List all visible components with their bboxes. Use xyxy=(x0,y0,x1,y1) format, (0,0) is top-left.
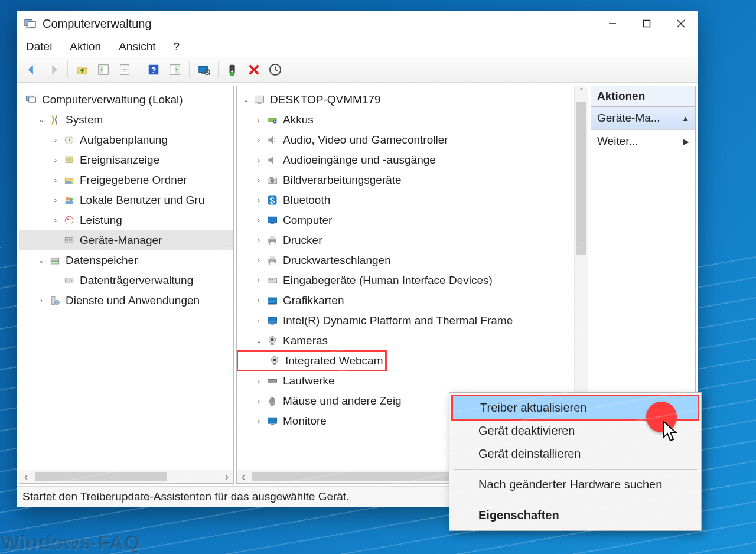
tree-event-viewer[interactable]: ›Ereignisanzeige xyxy=(19,150,233,170)
cat-intel-dptf[interactable]: ›Intel(R) Dynamic Platform and Thermal F… xyxy=(237,311,574,331)
ctx-disable-device[interactable]: Gerät deaktivieren xyxy=(451,419,699,442)
tree-task-scheduler[interactable]: ›Aufgabenplanung xyxy=(19,130,233,150)
chevron-right-icon[interactable]: › xyxy=(253,371,264,391)
ctx-update-driver[interactable]: Treiber aktualisieren xyxy=(451,395,699,421)
computer-management-icon xyxy=(24,93,38,107)
cat-gpu[interactable]: ›Grafikkarten xyxy=(237,291,574,311)
svg-rect-66 xyxy=(268,278,277,283)
cat-audio-io[interactable]: ›Audioeingänge und -ausgänge xyxy=(237,150,574,170)
chevron-right-icon[interactable]: › xyxy=(253,110,264,130)
update-driver-icon[interactable] xyxy=(266,60,285,79)
scroll-up-icon[interactable]: ˄ xyxy=(575,86,588,99)
titlebar[interactable]: Computerverwaltung xyxy=(17,11,698,37)
menu-help[interactable]: ? xyxy=(172,39,181,54)
chevron-right-icon[interactable]: › xyxy=(253,311,264,331)
tree-services[interactable]: ›Dienste und Anwendungen xyxy=(19,291,233,311)
chevron-right-icon[interactable]: › xyxy=(50,150,61,170)
chevron-right-icon[interactable]: › xyxy=(253,411,264,431)
console-tree[interactable]: Computerverwaltung (Lokal) ⌄ System ›Auf… xyxy=(19,86,233,470)
cat-hid[interactable]: ›Eingabegeräte (Human Interface Devices) xyxy=(237,271,574,291)
cat-drives[interactable]: ›Laufwerke xyxy=(237,371,574,391)
webcam-icon xyxy=(265,334,279,348)
chevron-right-icon[interactable]: › xyxy=(253,391,264,411)
svg-rect-64 xyxy=(270,256,275,259)
close-button[interactable] xyxy=(664,11,698,37)
svg-point-34 xyxy=(66,197,69,201)
forward-button[interactable] xyxy=(44,60,63,79)
tree-system[interactable]: ⌄ System xyxy=(19,110,233,130)
cat-printers[interactable]: ›Drucker xyxy=(237,230,574,250)
chevron-right-icon[interactable]: › xyxy=(253,250,264,271)
device-root[interactable]: ⌄DESKTOP-QVMM179 xyxy=(237,90,574,110)
disable-device-icon[interactable] xyxy=(245,60,263,79)
tree-local-users[interactable]: ›Lokale Benutzer und Gru xyxy=(19,190,233,210)
cat-audio-video[interactable]: ›Audio, Video und Gamecontroller xyxy=(237,130,574,150)
cat-imaging[interactable]: ›Bildverarbeitungsgeräte xyxy=(237,170,574,190)
chevron-right-icon[interactable]: › xyxy=(253,271,264,291)
chevron-right-icon[interactable]: › xyxy=(50,130,61,150)
enable-device-icon[interactable] xyxy=(223,60,242,79)
minimize-button[interactable] xyxy=(595,11,630,37)
scroll-left-icon[interactable]: ‹ xyxy=(237,471,250,483)
properties-icon[interactable] xyxy=(115,60,134,79)
svg-line-20 xyxy=(208,73,210,75)
svg-rect-46 xyxy=(52,296,55,305)
collapse-icon[interactable]: ▲ xyxy=(682,114,689,123)
chevron-right-icon[interactable]: › xyxy=(253,190,264,210)
svg-point-35 xyxy=(69,198,73,201)
scroll-left-icon[interactable]: ‹ xyxy=(19,471,32,483)
device-integrated-webcam[interactable]: Integrated Webcam xyxy=(237,351,386,371)
actions-more[interactable]: Weiter... ▶ xyxy=(591,130,695,152)
scroll-thumb[interactable] xyxy=(576,102,586,255)
ctx-uninstall-device[interactable]: Gerät deinstallieren xyxy=(451,442,699,465)
cat-computer[interactable]: ›Computer xyxy=(237,210,574,230)
show-hide-tree-icon[interactable] xyxy=(94,60,113,79)
menu-aktion[interactable]: Aktion xyxy=(69,39,102,54)
tree-shared-folders[interactable]: ›Freigegebene Ordner xyxy=(19,170,233,190)
ctx-scan-hardware[interactable]: Nach geänderter Hardware suchen xyxy=(451,473,699,496)
svg-rect-40 xyxy=(69,239,70,241)
cat-bluetooth[interactable]: ›Bluetooth xyxy=(237,190,574,210)
chevron-right-icon[interactable]: › xyxy=(253,170,264,190)
back-button[interactable] xyxy=(22,60,41,79)
chevron-right-icon[interactable]: › xyxy=(253,210,264,230)
svg-rect-83 xyxy=(271,424,275,425)
chevron-right-icon[interactable]: › xyxy=(253,291,264,311)
tree-storage[interactable]: ⌄Datenspeicher xyxy=(19,250,233,271)
chevron-right-icon[interactable]: › xyxy=(253,130,264,150)
tree-device-manager[interactable]: Geräte-Manager xyxy=(19,230,233,250)
tree-performance[interactable]: ›Leistung xyxy=(19,210,233,230)
help-icon[interactable]: ? xyxy=(144,60,163,79)
ctx-properties[interactable]: Eigenschaften xyxy=(451,504,699,527)
scrollbar-horizontal[interactable]: ‹ › xyxy=(19,470,233,483)
action-pane-icon[interactable] xyxy=(165,60,184,79)
webcam-icon xyxy=(268,354,282,368)
gpu-icon xyxy=(265,294,279,308)
chevron-right-icon[interactable]: › xyxy=(253,230,264,250)
tree-root[interactable]: Computerverwaltung (Lokal) xyxy=(19,90,233,110)
svg-rect-56 xyxy=(270,177,273,178)
menu-datei[interactable]: Datei xyxy=(25,39,53,54)
scroll-right-icon[interactable]: › xyxy=(220,471,233,483)
chevron-down-icon[interactable]: ⌄ xyxy=(36,110,47,130)
chevron-down-icon[interactable]: ⌄ xyxy=(253,331,264,351)
scan-hardware-icon[interactable] xyxy=(194,60,213,79)
chevron-down-icon[interactable]: ⌄ xyxy=(36,250,47,271)
actions-category[interactable]: Geräte-Ma... ▲ xyxy=(591,107,695,130)
chevron-right-icon[interactable]: › xyxy=(36,291,47,311)
cat-cameras[interactable]: ⌄Kameras xyxy=(237,331,574,351)
chevron-right-icon[interactable]: › xyxy=(50,170,61,190)
maximize-button[interactable] xyxy=(630,11,664,37)
cat-print-queues[interactable]: ›Druckwarteschlangen xyxy=(237,250,574,271)
chevron-right-icon[interactable]: › xyxy=(50,190,61,210)
speaker-icon xyxy=(265,153,279,167)
cat-akkus[interactable]: ›Akkus xyxy=(237,110,574,130)
clock-icon xyxy=(62,133,76,147)
actions-header: Aktionen xyxy=(591,86,695,107)
folder-up-icon[interactable] xyxy=(73,60,92,79)
menu-ansicht[interactable]: Ansicht xyxy=(118,39,157,54)
chevron-right-icon[interactable]: › xyxy=(253,150,264,170)
chevron-down-icon[interactable]: ⌄ xyxy=(240,90,251,110)
chevron-right-icon[interactable]: › xyxy=(50,210,61,230)
tree-disk-management[interactable]: Datenträgerverwaltung xyxy=(19,271,233,291)
